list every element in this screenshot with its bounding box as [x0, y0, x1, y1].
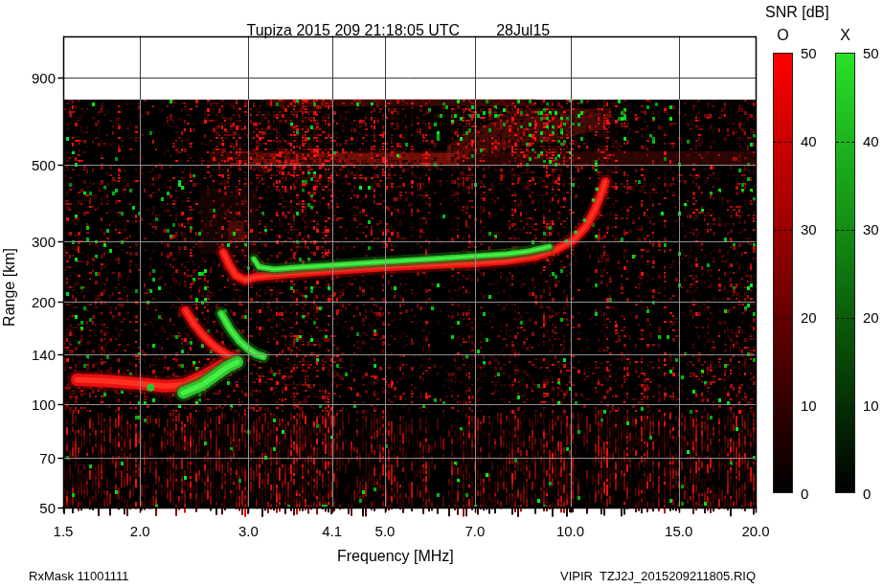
colorbar-tick-label: 40 — [801, 133, 817, 149]
x-tick-label: 2.0 — [119, 523, 161, 539]
x-tick-label: 10.0 — [550, 523, 592, 539]
data-file-label: VIPIR TZJ2J_2015209211805.RIQ — [560, 569, 756, 583]
colorbar-tick-dash — [774, 406, 792, 407]
ionogram-page: Tupiza 2015 209 21:18:05 UTC28Jul15 SNR … — [0, 0, 883, 588]
colorbar-tick-label: 50 — [863, 45, 879, 61]
plot-title: Tupiza 2015 209 21:18:05 UTC28Jul15 — [230, 5, 550, 57]
colorbar-tick-label: 20 — [863, 309, 879, 326]
x-tick-label: 1.5 — [42, 523, 84, 539]
y-tick-label: 300 — [13, 234, 56, 250]
colorbar-tick-label: 30 — [801, 221, 817, 237]
colorbar-tick-dash — [774, 318, 792, 319]
colorbar-tick-dash — [774, 142, 792, 143]
colorbar-tick-label: 10 — [801, 397, 817, 414]
y-tick-label: 140 — [13, 347, 56, 363]
x-tick-label: 5.0 — [364, 523, 406, 539]
x-tick-label: 15.0 — [658, 523, 700, 539]
y-tick-label: 100 — [13, 396, 56, 413]
snr-colorbar-title: SNR [dB] — [765, 4, 829, 21]
y-tick-label: 70 — [13, 450, 56, 466]
y-tick-label: 200 — [13, 294, 56, 310]
colorbar-tick-label: 40 — [863, 133, 879, 149]
colorbar-tick-label: 50 — [801, 45, 817, 61]
ionogram-plot-canvas — [0, 0, 883, 588]
colorbar-tick-dash — [774, 230, 792, 231]
o-mode-label: O — [773, 27, 793, 44]
plot-title-main: Tupiza 2015 209 21:18:05 UTC — [247, 22, 461, 38]
y-tick-label: 50 — [13, 500, 56, 516]
plot-title-date: 28Jul15 — [496, 22, 550, 38]
colorbar-tick-label: 0 — [863, 486, 871, 502]
x-mode-label: X — [835, 27, 855, 44]
x-axis-title: Frequency [MHz] — [337, 548, 454, 565]
x-tick-label: 7.0 — [454, 523, 496, 539]
colorbar-tick-label: 0 — [801, 486, 808, 502]
colorbar-tick-dash — [836, 142, 854, 143]
o-mode-colorbar — [773, 53, 793, 493]
y-axis-title: Range [km] — [1, 220, 18, 354]
y-tick-label: 900 — [13, 70, 56, 86]
x-tick-label: 20.0 — [735, 523, 777, 539]
rxmask-label: RxMask 11001111 — [29, 569, 129, 583]
colorbar-tick-dash — [836, 406, 854, 407]
x-mode-colorbar — [835, 53, 855, 493]
x-tick-label: 4.1 — [311, 523, 353, 539]
colorbar-tick-dash — [836, 318, 854, 319]
colorbar-tick-label: 20 — [801, 309, 817, 326]
colorbar-tick-dash — [836, 230, 854, 231]
y-tick-label: 500 — [13, 157, 56, 173]
x-tick-label: 3.0 — [227, 523, 269, 539]
colorbar-tick-label: 30 — [863, 221, 879, 237]
colorbar-tick-label: 10 — [863, 397, 879, 414]
